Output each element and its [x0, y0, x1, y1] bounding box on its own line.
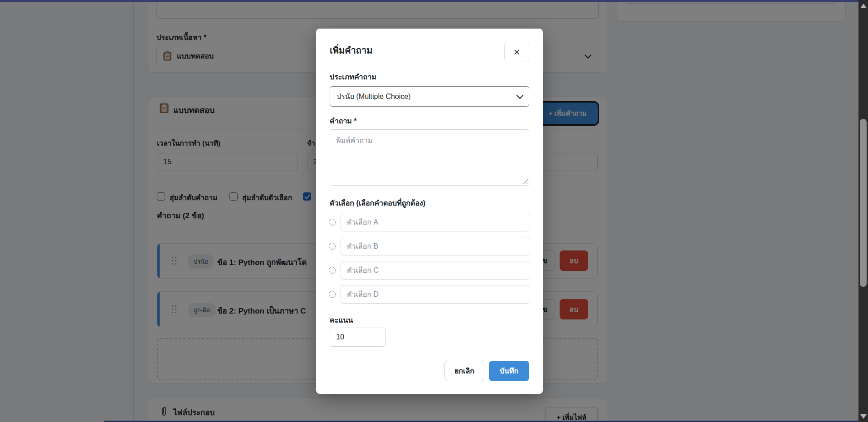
question-label: คำถาม *: [330, 115, 357, 127]
chevron-down-icon: [517, 92, 524, 99]
save-button[interactable]: บันทึก: [489, 361, 529, 381]
question-textarea[interactable]: [330, 129, 529, 186]
option-input[interactable]: [341, 237, 529, 255]
score-label: คะแนน: [330, 314, 353, 326]
option-input[interactable]: [341, 285, 529, 304]
scrollbar[interactable]: [858, 0, 868, 422]
option-input[interactable]: [341, 213, 529, 231]
option-radio[interactable]: [329, 219, 336, 226]
scroll-down-icon[interactable]: [860, 414, 867, 419]
add-question-modal: เพิ่มคำถาม × ประเภทคำถาม ปรนัย (Multiple…: [316, 29, 543, 394]
question-type-value: ปรนัย (Multiple Choice): [336, 91, 411, 102]
option-radio[interactable]: [329, 291, 336, 298]
option-radio[interactable]: [329, 243, 336, 250]
cancel-button[interactable]: ยกเลิก: [444, 361, 484, 381]
option-input[interactable]: [341, 261, 529, 280]
resize-grip-icon[interactable]: [523, 179, 528, 184]
score-input[interactable]: [330, 328, 386, 347]
question-type-select[interactable]: ปรนัย (Multiple Choice): [330, 86, 529, 107]
scroll-up-icon[interactable]: [860, 4, 867, 8]
question-type-label: ประเภทคำถาม: [330, 71, 376, 83]
scrollbar-thumb[interactable]: [860, 119, 867, 287]
close-button[interactable]: ×: [504, 42, 529, 62]
options-label: ตัวเลือก (เลือกคำตอบที่ถูกต้อง): [330, 197, 425, 209]
close-icon: ×: [513, 47, 520, 58]
modal-title: เพิ่มคำถาม: [330, 43, 372, 58]
option-radio[interactable]: [329, 267, 336, 274]
